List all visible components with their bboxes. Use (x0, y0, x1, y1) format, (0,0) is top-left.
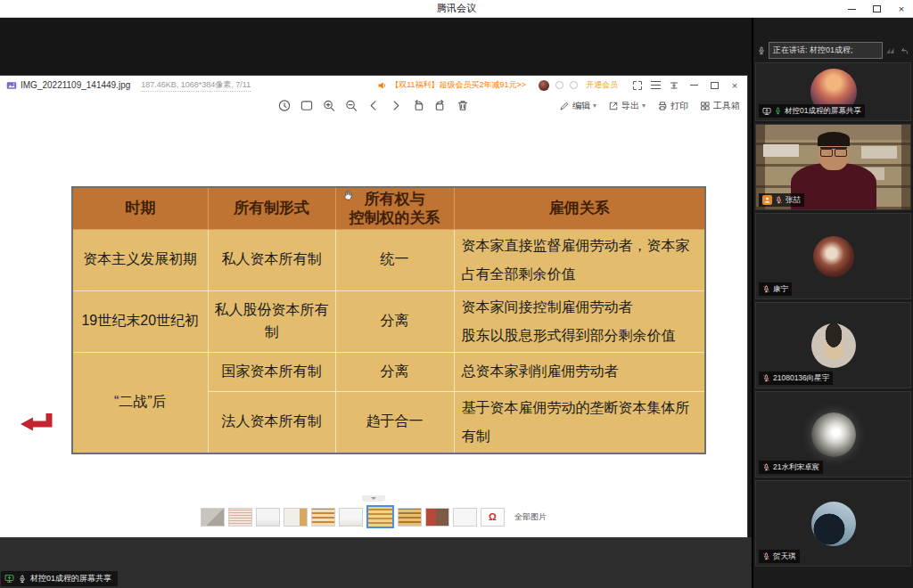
thumbnail[interactable] (339, 508, 363, 527)
thumbnail[interactable] (256, 508, 280, 527)
screen-share-banner[interactable]: 材控01成程的屏幕共享 (0, 570, 119, 587)
chevron-down-icon: ▾ (593, 102, 596, 110)
account-avatar[interactable] (539, 80, 549, 91)
promo-banner[interactable]: 【双11福利】超级会员买2年减91元>> (377, 79, 526, 91)
image-fileinfo[interactable]: 187.46KB, 1068*384像素, 7/11 (141, 79, 251, 92)
avatar (811, 502, 856, 546)
mic-muted-icon (775, 196, 783, 204)
minimize-button[interactable] (845, 3, 858, 15)
video-tile[interactable]: 21080136向星宇 (755, 302, 911, 388)
zoom-out-icon[interactable] (345, 99, 358, 112)
restore-button[interactable] (870, 3, 883, 15)
video-tile-host[interactable]: 张喆 (755, 124, 911, 210)
meeting-body: IMG_20221109_141449.jpg 187.46KB, 1068*3… (0, 18, 913, 588)
edit-button[interactable]: 编辑 ▾ (559, 100, 596, 112)
minimize-icon (848, 9, 856, 10)
thumbnail-active[interactable] (366, 505, 394, 528)
mic-muted-icon (762, 463, 770, 471)
speaker-icon (377, 80, 388, 91)
table-header-period: 时期 (72, 187, 208, 229)
viewer-close-icon: × (732, 80, 737, 91)
viewer-restore-button[interactable] (708, 79, 720, 92)
menu-icon[interactable] (651, 81, 661, 89)
cell-relation: 统一 (335, 229, 454, 290)
participant-name: 贺天琪 (773, 551, 796, 562)
pin-icon[interactable] (669, 80, 679, 91)
thumbnail[interactable] (311, 508, 335, 527)
toolbox-label: 工具箱 (713, 100, 740, 112)
participant-label: 21080136向星宇 (759, 372, 833, 385)
export-button[interactable]: 导出 ▾ (608, 100, 646, 112)
viewer-close-button[interactable]: × (728, 79, 741, 92)
table-header-form: 所有制形式 (208, 187, 335, 229)
viewer-minimize-button[interactable] (687, 79, 700, 92)
thumbnail[interactable] (201, 508, 225, 527)
viewer-titlebar: IMG_20221109_141449.jpg 187.46KB, 1068*3… (0, 76, 747, 94)
edit-label: 编辑 (572, 100, 590, 112)
monitor-share-icon (762, 107, 771, 116)
toolbox-button[interactable]: 工具箱 (700, 100, 740, 112)
restore-icon (873, 5, 881, 12)
host-badge-icon (762, 195, 772, 205)
window-controls: × (845, 0, 908, 18)
mic-active-icon (774, 107, 782, 115)
image-canvas[interactable]: 时期 所有制形式 所有权与 控制权的关系 雇佣关系 资本主义发展初期 私人资本所… (0, 117, 747, 496)
monitor-share-icon (4, 574, 14, 584)
mic-muted-icon (762, 552, 770, 560)
close-icon: × (899, 4, 904, 14)
thumbnail[interactable] (425, 508, 449, 527)
viewer-minimize-icon (690, 85, 698, 86)
flags-icon[interactable] (885, 45, 896, 56)
participant-label: 张喆 (759, 193, 804, 207)
member-badge2-icon[interactable] (570, 81, 578, 89)
books-decor (763, 144, 799, 157)
omega-glyph: Ω (489, 511, 497, 522)
pencil-icon (559, 101, 570, 111)
export-label: 导出 (621, 100, 639, 112)
delete-icon[interactable] (456, 99, 470, 112)
image-filename: IMG_20221109_141449.jpg (21, 80, 130, 90)
vip-upgrade-link[interactable]: 开通会员 (586, 79, 618, 91)
next-image-icon[interactable] (390, 99, 403, 112)
microphone-icon (18, 575, 27, 584)
person-icon (763, 196, 771, 204)
toolbar-center-group (278, 94, 470, 117)
rotate-left-icon[interactable] (412, 99, 425, 112)
rotate-right-icon[interactable] (434, 99, 448, 112)
previous-image-icon[interactable] (367, 99, 381, 112)
print-button[interactable]: 打印 (657, 100, 688, 112)
tencent-meeting-window: 腾讯会议 × IMG_20221109_141449.jpg 187.46KB,… (0, 0, 913, 588)
close-button[interactable]: × (895, 3, 908, 15)
speaking-indicator-bar: 正在讲话: 材控01成程; (753, 41, 913, 60)
window-titlebar: 腾讯会议 × (0, 0, 913, 18)
undo-arrow-icon[interactable] (899, 45, 909, 56)
video-tile[interactable]: 21水利宋卓宸 (755, 391, 911, 478)
video-tile[interactable]: 贺天琪 (755, 480, 911, 567)
all-images-link[interactable]: 全部图片 (514, 511, 547, 523)
table-row: 19世纪末20世纪初 私人股份资本所有制 分离 资本家间接控制雇佣劳动者 股东以… (72, 290, 705, 352)
collapse-strip-button[interactable] (362, 495, 385, 502)
actual-size-icon[interactable] (278, 99, 292, 112)
share-banner-text: 材控01成程的屏幕共享 (30, 573, 111, 584)
promo-text: 【双11福利】超级会员买2年减91元>> (391, 79, 526, 91)
thumbnail[interactable] (453, 508, 477, 527)
thumbnail[interactable] (284, 508, 308, 527)
viewer-restore-icon (711, 82, 719, 89)
mic-muted-icon (762, 374, 770, 382)
participant-label: 21水利宋卓宸 (759, 461, 823, 474)
zoom-in-icon[interactable] (323, 99, 336, 112)
image-viewer-window: IMG_20221109_141449.jpg 187.46KB, 1068*3… (0, 76, 747, 537)
participant-name: 21080136向星宇 (773, 373, 829, 384)
thumbnail[interactable] (228, 508, 252, 527)
fit-window-icon[interactable] (300, 99, 314, 112)
video-tile-sharer[interactable]: 材控01成程的屏幕共享 (755, 62, 911, 121)
video-tile[interactable]: 康宁 (755, 213, 911, 299)
thumbnail-row: Ω 全部图片 (0, 505, 747, 528)
thumbnail-omega[interactable]: Ω (481, 508, 505, 527)
fullscreen-icon[interactable] (632, 80, 643, 91)
viewer-window-controls: × (632, 79, 741, 92)
member-badge-icon[interactable] (555, 81, 563, 89)
cell-employment: 资本家间接控制雇佣劳动者 股东以股息形式得到部分剩余价值 (454, 290, 705, 352)
thumbnail[interactable] (398, 508, 422, 527)
video-tiles: 材控01成程的屏幕共享 (753, 61, 913, 588)
